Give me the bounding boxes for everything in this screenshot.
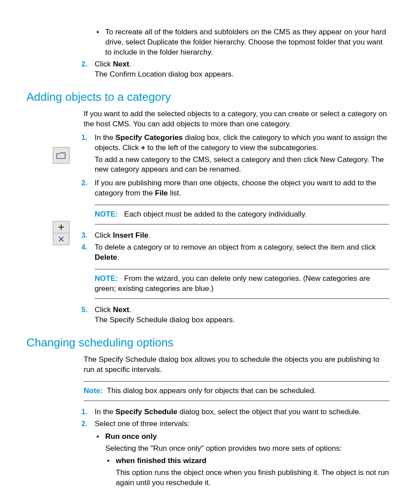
- adding-steps-2: 3. Click Insert File. 4. To delete a cat…: [81, 231, 389, 325]
- step-1-extra: To add a new category to the CMS, select…: [95, 155, 389, 175]
- step-number: 5.: [81, 305, 87, 315]
- adding-steps-1: 1. In the Specify Categories dialog box,…: [81, 133, 389, 225]
- run-once-only: Run once only Selecting the "Run once on…: [95, 432, 389, 489]
- step-text: If you are publishing more than one obje…: [95, 179, 376, 197]
- adding-step-3: 3. Click Insert File.: [81, 231, 389, 241]
- when-finished-desc: This option runs the object once when yo…: [116, 468, 389, 488]
- run-once-suboptions: when finished this wizard This option ru…: [105, 456, 389, 488]
- step-subtext: The Confirm Location dialog box appears.: [95, 70, 389, 80]
- note-text: This dialog box appears only for objects…: [107, 386, 316, 395]
- step-text: Click Next.: [95, 60, 131, 68]
- adding-step-1: 1. In the Specify Categories dialog box,…: [81, 133, 389, 175]
- intro-bullets: To recreate all of the folders and subfo…: [95, 27, 389, 58]
- insert-delete-icon: [53, 221, 69, 245]
- when-finished-label: when finished this wizard: [116, 456, 206, 465]
- scheduling-intro-text: The Specify Schedule dialog box allows y…: [84, 355, 389, 375]
- step-text: To delete a category or to remove an obj…: [95, 243, 376, 261]
- category-icon: [53, 147, 70, 164]
- step-number: 1.: [81, 407, 87, 417]
- note-text: Each object must be added to the categor…: [124, 210, 307, 218]
- step-number: 2.: [81, 59, 87, 69]
- note-label: NOTE:: [95, 274, 118, 283]
- step-number: 4.: [81, 243, 87, 252]
- run-once-desc: Selecting the "Run once only" option pro…: [105, 444, 389, 454]
- step-number: 1.: [81, 133, 87, 143]
- adding-step-5: 5. Click Next. The Specify Schedule dial…: [81, 305, 389, 325]
- page: To recreate all of the folders and subfo…: [26, 27, 389, 504]
- note-label: Note:: [84, 386, 103, 395]
- note-label: NOTE:: [95, 210, 118, 218]
- step-text: Click Insert File.: [95, 231, 151, 239]
- section-adding-intro: If you want to add the selected objects …: [84, 109, 389, 129]
- intro-steps: 2. Click Next. The Confirm Location dial…: [81, 59, 389, 80]
- heading-scheduling: Changing scheduling options: [26, 335, 389, 350]
- step-text: Click Next.: [95, 305, 131, 314]
- step-text: In the Specify Categories dialog box, cl…: [95, 133, 387, 152]
- step-text: In the Specify Schedule dialog box, sele…: [95, 408, 361, 416]
- intro-block: To recreate all of the folders and subfo…: [81, 27, 389, 80]
- note-new-categories: NOTE: From the wizard, you can delete on…: [95, 269, 389, 299]
- step-number: 3.: [81, 231, 87, 240]
- sched-step-1: 1. In the Specify Schedule dialog box, s…: [81, 407, 389, 417]
- scheduling-intro: The Specify Schedule dialog box allows y…: [84, 355, 389, 401]
- sched-step-2: 2. Select one of three intervals: Run on…: [81, 419, 389, 489]
- run-once-label: Run once only: [105, 432, 157, 441]
- step-text: Select one of three intervals:: [95, 419, 189, 428]
- interval-options: Run once only Selecting the "Run once on…: [95, 432, 389, 489]
- adding-intro-text: If you want to add the selected objects …: [84, 109, 389, 129]
- note-individually: NOTE: Each object must be added to the c…: [95, 205, 389, 224]
- step-number: 2.: [81, 178, 87, 188]
- when-finished-wizard: when finished this wizard This option ru…: [105, 456, 389, 488]
- step-number: 2.: [81, 419, 87, 429]
- adding-step-2: 2. If you are publishing more than one o…: [81, 178, 389, 199]
- adding-step-4: 4. To delete a category or to remove an …: [81, 243, 389, 263]
- note-text: From the wizard, you can delete only new…: [95, 274, 370, 293]
- heading-adding-objects: Adding objects to a category: [26, 89, 389, 105]
- intro-bullet: To recreate all of the folders and subfo…: [95, 27, 389, 58]
- note-scheduled-only: Note: This dialog box appears only for o…: [84, 381, 389, 401]
- step-5-sub: The Specify Schedule dialog box appears.: [95, 315, 389, 325]
- step-2-next: 2. Click Next. The Confirm Location dial…: [81, 59, 389, 80]
- scheduling-steps: 1. In the Specify Schedule dialog box, s…: [81, 407, 389, 489]
